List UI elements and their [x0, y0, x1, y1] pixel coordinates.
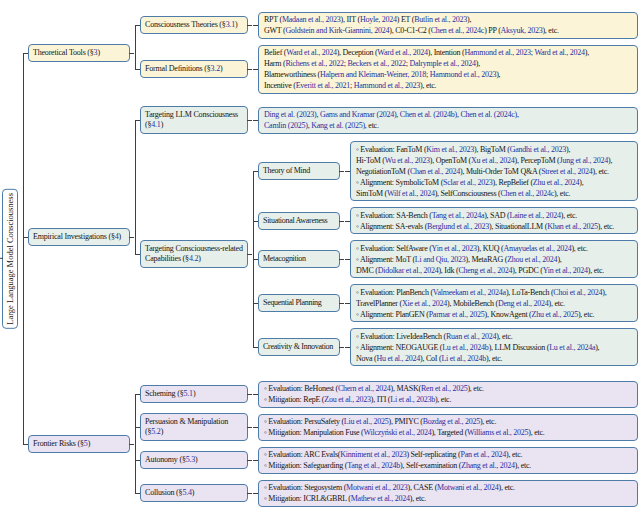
citation-link[interactable]: Liu et al., 2025	[344, 417, 389, 426]
citation-link[interactable]: Zou et al., 2023	[324, 395, 370, 404]
citation-link[interactable]: Laine et al., 2024	[510, 211, 561, 220]
citation-link[interactable]: Ding et al. (2023)	[264, 110, 316, 119]
citation-link[interactable]: Motwani et al., 2023	[346, 483, 407, 492]
citation-link[interactable]: Halpern and Kleiman-Weiner, 2018	[320, 70, 426, 79]
content-line: Incentive (Everitt et al., 2021; Hammond…	[264, 80, 632, 91]
citation-link[interactable]: 5	[84, 439, 88, 448]
citation-link[interactable]: Hu et al., 2024	[377, 354, 421, 363]
citation-link[interactable]: Xu et al., 2024	[471, 156, 515, 165]
citation-link[interactable]: Yin et al., 2024	[543, 266, 588, 275]
citation-link[interactable]: 4.1	[151, 120, 160, 129]
citation-link[interactable]: Beckers et al., 2022	[347, 59, 405, 68]
citation-link[interactable]: Li et al., 2024b	[441, 354, 486, 363]
citation-link[interactable]: Ward et al., 2024	[377, 48, 427, 57]
node-theory-of-mind: Theory of Mind	[258, 162, 340, 180]
citation-link[interactable]: Williams et al., 2025	[467, 428, 528, 437]
citation-link[interactable]: Parmar et al., 2025	[429, 310, 485, 319]
citation-link[interactable]: Goldstein and Kirk-Giannini, 2024	[285, 26, 389, 35]
citation-link[interactable]: Camlin (2025)	[264, 121, 308, 130]
citation-link[interactable]: Hammond et al., 2023	[354, 81, 420, 90]
empirical-investigations-children: Targeting LLM Consciousness (§4.1) Ding …	[135, 104, 638, 371]
citation-link[interactable]: Tang et al., 2024b	[347, 461, 400, 470]
citation-link[interactable]: 5.1	[183, 389, 192, 398]
content-line: Nova (Hu et al., 2024), CoI (Li et al., …	[356, 353, 632, 364]
citation-link[interactable]: Kinniment et al., 2023	[340, 450, 406, 459]
citation-link[interactable]: Madaan et al., 2023	[282, 15, 341, 24]
citation-link[interactable]: Yin et al., 2023	[432, 244, 477, 253]
citation-link[interactable]: Xie et al., 2024	[402, 299, 447, 308]
citation-link[interactable]: Chan et al., 2024	[410, 167, 460, 176]
citation-link[interactable]: Chen et al., 2024c	[431, 26, 484, 35]
citation-link[interactable]: Street et al., 2024	[541, 167, 592, 176]
citation-link[interactable]: Aksyuk, 2023	[501, 26, 543, 35]
citation-link[interactable]: Valmeekam et al., 2024a	[433, 288, 506, 297]
content-line: ◦ Evaluation: PlanBench (Valmeekam et al…	[356, 287, 632, 298]
citation-link[interactable]: Hoyle, 2024	[360, 15, 397, 24]
citation-link[interactable]: Chen et al. (2024b)	[400, 110, 457, 119]
citation-link[interactable]: Didolkar et al., 2024	[378, 266, 439, 275]
citation-link[interactable]: 3.1	[226, 20, 235, 29]
citation-link[interactable]: Cheng et al., 2024	[458, 266, 512, 275]
citation-link[interactable]: Amayuelas et al., 2024	[503, 244, 571, 253]
citation-link[interactable]: 5.4	[182, 488, 191, 497]
node-situational-awareness: Situational Awareness	[258, 212, 340, 230]
content-line: ◦ Alignment: SA-evals (Berglund et al., …	[356, 221, 632, 232]
citation-link[interactable]: Gandhi et al., 2023	[510, 145, 566, 154]
citation-link[interactable]: Zhu et al., 2025	[532, 310, 578, 319]
taxonomy-tree: Large Language Model Consciousness Theor…	[0, 0, 640, 518]
citation-link[interactable]: Tang et al., 2024a	[432, 211, 484, 220]
citation-link[interactable]: Zhou et al., 2024	[507, 255, 557, 264]
citation-link[interactable]: Chen et al. (2024c)	[460, 110, 517, 119]
citation-link[interactable]: Ruan et al., 2024	[446, 332, 496, 341]
citation-link[interactable]: Zhang et al., 2024	[461, 461, 514, 470]
citation-link[interactable]: Sclar et al., 2023	[443, 178, 492, 187]
citation-link[interactable]: 4.2	[189, 254, 198, 263]
citation-link[interactable]: Chen et al., 2024c	[500, 189, 553, 198]
citation-link[interactable]: Lu et al., 2024b	[442, 343, 488, 352]
citation-link[interactable]: Butlin et al., 2023	[414, 15, 467, 24]
citation-link[interactable]: 5.2	[151, 427, 160, 436]
citation-link[interactable]: Hammond et al., 2023	[464, 48, 530, 57]
citation-link[interactable]: Wilczyński et al., 2024	[363, 428, 431, 437]
citation-link[interactable]: Lu et al., 2024a	[549, 343, 595, 352]
citation-link[interactable]: Motwani et al., 2024	[437, 483, 498, 492]
citation-link[interactable]: Li and Qiu, 2023	[415, 255, 466, 264]
citation-link[interactable]: Pan et al., 2024	[461, 450, 507, 459]
citation-link[interactable]: Ren et al., 2025	[421, 384, 467, 393]
node-consciousness-theories: Consciousness Theories (§3.1)	[140, 16, 248, 34]
citation-link[interactable]: Kang et al. (2025)	[311, 121, 365, 130]
citation-link[interactable]: Mathew et al., 2024	[351, 494, 410, 503]
citation-link[interactable]: Hammond et al., 2023	[430, 70, 496, 79]
citation-link[interactable]: Everitt et al., 2021	[296, 81, 350, 90]
citation-link[interactable]: Gams and Kramar (2024)	[320, 110, 396, 119]
citation-link[interactable]: 3	[94, 48, 98, 57]
citation-link[interactable]: Deng et al., 2024	[498, 299, 549, 308]
citation-link[interactable]: Khan et al., 2025	[547, 222, 598, 231]
citation-link[interactable]: Li et al., 2023b	[390, 395, 435, 404]
citation-link[interactable]: Berglund et al., 2023	[427, 222, 489, 231]
citation-link[interactable]: Ward et al., 2024	[286, 48, 336, 57]
citation-link[interactable]: Wu et al., 2023	[385, 156, 430, 165]
content-collusion: ◦ Evaluation: Stegosystem (Motwani et al…	[258, 480, 638, 507]
citation-link[interactable]: Richens et al., 2022	[285, 59, 343, 68]
content-line: ◦ Evaluation: SA-Bench (Tang et al., 202…	[356, 210, 632, 221]
citation-link[interactable]: Kim et al., 2023	[426, 145, 474, 154]
citation-link[interactable]: 5.3	[186, 455, 195, 464]
citation-link[interactable]: Jung et al., 2024	[560, 156, 608, 165]
node-autonomy: Autonomy (§5.3)	[140, 451, 248, 469]
node-formal-definitions: Formal Definitions (§3.2)	[140, 60, 248, 78]
content-autonomy: ◦ Evaluation: ARC Evals(Kinniment et al.…	[258, 447, 638, 474]
content-formal-definitions: Belief (Ward et al., 2024), Deception (W…	[258, 45, 638, 94]
branch-consciousness-theories: Consciousness Theories (§3.1) RPT (Madaa…	[135, 9, 638, 42]
citation-link[interactable]: 3.2	[211, 64, 220, 73]
citation-link[interactable]: Chern et al., 2024	[338, 384, 391, 393]
citation-link[interactable]: Zhu et al., 2024	[533, 178, 579, 187]
citation-link[interactable]: Bozdag et al., 2025	[423, 417, 480, 426]
citation-link[interactable]: Wilf et al., 2024	[387, 189, 435, 198]
citation-link[interactable]: Choi et al., 2024	[553, 288, 602, 297]
citation-link[interactable]: Dalrymple et al., 2024	[410, 59, 476, 68]
content-line: DMC (Didolkar et al., 2024), Idk (Cheng …	[356, 265, 632, 276]
citation-link[interactable]: 4	[115, 232, 119, 241]
content-line: ◦ Mitigation: Safeguarding (Tang et al.,…	[264, 460, 632, 471]
citation-link[interactable]: Ward et al., 2024	[534, 48, 584, 57]
